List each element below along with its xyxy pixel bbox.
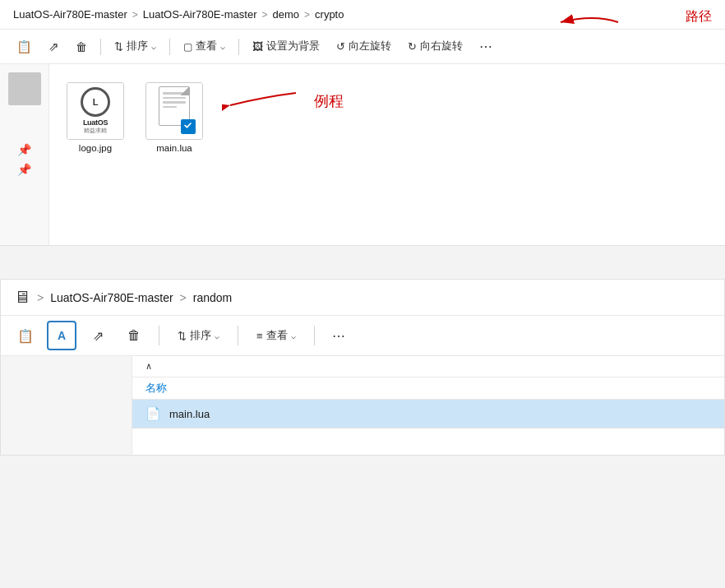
view-button[interactable]: ▢ 查看 ⌵ bbox=[177, 35, 232, 58]
luatos-circle: L bbox=[81, 87, 110, 117]
more-button[interactable]: ⋯ bbox=[473, 35, 500, 58]
delete-button[interactable]: 🗑 bbox=[69, 36, 94, 58]
bottom-trash-icon: 🗑 bbox=[127, 328, 141, 343]
gap-section bbox=[0, 246, 725, 266]
bottom-view-label: 查看 bbox=[266, 328, 288, 343]
bottom-breadcrumb-item-1[interactable]: LuatOS-Air780E-master bbox=[50, 291, 173, 304]
name-column-header[interactable]: ∧ bbox=[145, 361, 152, 372]
share-icon: ⇗ bbox=[48, 39, 59, 54]
pin-icon-2[interactable]: 📌 bbox=[17, 163, 31, 176]
rotate-left-icon: ↺ bbox=[336, 40, 345, 53]
copy-button[interactable]: 📋 bbox=[10, 35, 39, 58]
path-annotation-arrow bbox=[536, 2, 635, 43]
bottom-sort-chevron: ⌵ bbox=[215, 331, 219, 340]
file-list-area: ∧ 名称 📄 main.lua bbox=[1, 356, 724, 455]
bottom-divider-2 bbox=[238, 326, 238, 345]
file-row-main-lua[interactable]: 📄 main.lua bbox=[132, 400, 724, 428]
lua-doc-wrapper bbox=[146, 83, 202, 139]
toolbar-divider-2 bbox=[169, 39, 170, 55]
breadcrumb-item-1[interactable]: LuatOS-Air780E-master bbox=[13, 8, 127, 21]
trash-icon: 🗑 bbox=[76, 40, 87, 53]
bottom-sep-0: > bbox=[37, 291, 44, 304]
file-list-main: ∧ 名称 📄 main.lua bbox=[132, 356, 724, 455]
example-annotation-label: 例程 bbox=[314, 91, 344, 111]
rotate-left-label: 向左旋转 bbox=[349, 39, 391, 53]
copy-icon: 📋 bbox=[16, 39, 32, 54]
set-bg-icon: 🖼 bbox=[252, 40, 263, 53]
luatos-sub-text: 精益求精 bbox=[84, 127, 107, 135]
luatos-brand-text: LuatOS bbox=[83, 118, 108, 127]
bottom-sort-label: 排序 bbox=[190, 328, 211, 343]
bottom-rename-button[interactable]: A bbox=[47, 321, 76, 350]
file-row-icon: 📄 bbox=[145, 406, 161, 421]
example-annotation: 例程 bbox=[222, 81, 344, 122]
bottom-more-button[interactable]: ⋯ bbox=[325, 321, 354, 350]
doc-line-2 bbox=[163, 97, 186, 100]
top-explorer-panel: LuatOS-Air780E-master > LuatOS-Air780E-m… bbox=[0, 0, 725, 246]
file-view-area: 📌 📌 L LuatOS 精益求精 logo.jpg bbox=[0, 64, 725, 245]
file-row-name: main.lua bbox=[169, 408, 210, 420]
sort-button[interactable]: ⇅ 排序 ⌵ bbox=[108, 35, 163, 58]
bottom-divider-1 bbox=[159, 326, 159, 345]
view-label: 查看 bbox=[196, 39, 217, 53]
rotate-right-icon: ↻ bbox=[408, 40, 417, 53]
bottom-divider-3 bbox=[314, 326, 315, 345]
breadcrumb-item-2[interactable]: LuatOS-Air780E-master bbox=[143, 8, 257, 21]
rotate-right-label: 向右旋转 bbox=[420, 39, 463, 53]
vscode-badge bbox=[181, 119, 196, 134]
pin-icon-1[interactable]: 📌 bbox=[17, 143, 31, 156]
file-list-sidebar bbox=[1, 356, 132, 455]
more-icon: ⋯ bbox=[479, 39, 493, 54]
sort-icon: ⇅ bbox=[114, 40, 123, 53]
example-annotation-arrow bbox=[222, 81, 304, 122]
bottom-copy-button[interactable]: 📋 bbox=[11, 321, 40, 350]
bottom-share-button[interactable]: ⇗ bbox=[83, 321, 113, 350]
file-item-main-lua[interactable]: main.lua bbox=[141, 77, 207, 158]
sort-up-indicator: ∧ bbox=[145, 361, 152, 372]
bottom-share-icon: ⇗ bbox=[93, 328, 104, 344]
bottom-rename-icon: A bbox=[58, 329, 66, 342]
bottom-view-chevron: ⌵ bbox=[291, 331, 296, 340]
vscode-icon bbox=[183, 122, 193, 132]
bottom-address-bar: 🖥 > LuatOS-Air780E-master > random bbox=[1, 280, 724, 316]
logo-file-icon: L LuatOS 精益求精 bbox=[67, 82, 124, 140]
doc-line-4 bbox=[163, 106, 177, 109]
bottom-sep-1: > bbox=[180, 291, 187, 304]
breadcrumb-bar-top: LuatOS-Air780E-master > LuatOS-Air780E-m… bbox=[0, 0, 725, 30]
luatos-logo-preview: L LuatOS 精益求精 bbox=[67, 83, 123, 139]
file-item-logo[interactable]: L LuatOS 精益求精 logo.jpg bbox=[62, 77, 128, 158]
set-bg-button[interactable]: 🖼 设置为背景 bbox=[246, 35, 326, 58]
thumbnail-placeholder bbox=[8, 72, 41, 105]
rotate-left-button[interactable]: ↺ 向左旋转 bbox=[330, 35, 398, 58]
bottom-more-icon: ⋯ bbox=[332, 328, 346, 344]
bottom-delete-button[interactable]: 🗑 bbox=[119, 321, 149, 350]
bottom-sort-icon: ⇅ bbox=[178, 330, 187, 342]
monitor-icon: 🖥 bbox=[14, 288, 30, 307]
breadcrumb-item-3[interactable]: demo bbox=[273, 8, 300, 21]
bottom-toolbar: 📋 A ⇗ 🗑 ⇅ 排序 ⌵ ≡ 查看 ⌵ ⋯ bbox=[1, 316, 724, 356]
file-list-header: ∧ bbox=[132, 356, 724, 377]
bottom-explorer-panel: 🖥 > LuatOS-Air780E-master > random 📋 A ⇗… bbox=[0, 279, 725, 456]
toolbar-divider-3 bbox=[238, 39, 239, 55]
toolbar-divider-1 bbox=[100, 39, 101, 55]
bottom-sort-button[interactable]: ⇅ 排序 ⌵ bbox=[169, 324, 228, 347]
share-button[interactable]: ⇗ bbox=[42, 35, 66, 58]
lua-file-icon bbox=[145, 82, 203, 140]
bottom-view-button[interactable]: ≡ 查看 ⌵ bbox=[248, 324, 304, 347]
lua-file-label: main.lua bbox=[156, 143, 192, 153]
breadcrumb-current: crypto bbox=[315, 8, 344, 21]
set-bg-label: 设置为背景 bbox=[266, 39, 320, 53]
doc-corner bbox=[181, 87, 189, 95]
bottom-breadcrumb-current: random bbox=[193, 291, 232, 304]
path-annotation-label: 路径 bbox=[686, 8, 712, 25]
name-column-label[interactable]: 名称 bbox=[145, 381, 167, 396]
view-icon: ▢ bbox=[183, 41, 192, 53]
bottom-copy-icon: 📋 bbox=[17, 328, 34, 344]
column-labels-row: 名称 bbox=[132, 377, 724, 400]
sort-label: 排序 bbox=[127, 39, 148, 53]
logo-file-label: logo.jpg bbox=[79, 143, 112, 153]
left-sidebar: 📌 📌 bbox=[0, 64, 49, 245]
sort-chevron: ⌵ bbox=[151, 42, 156, 51]
doc-line-3 bbox=[163, 101, 186, 104]
rotate-right-button[interactable]: ↻ 向右旋转 bbox=[401, 35, 469, 58]
